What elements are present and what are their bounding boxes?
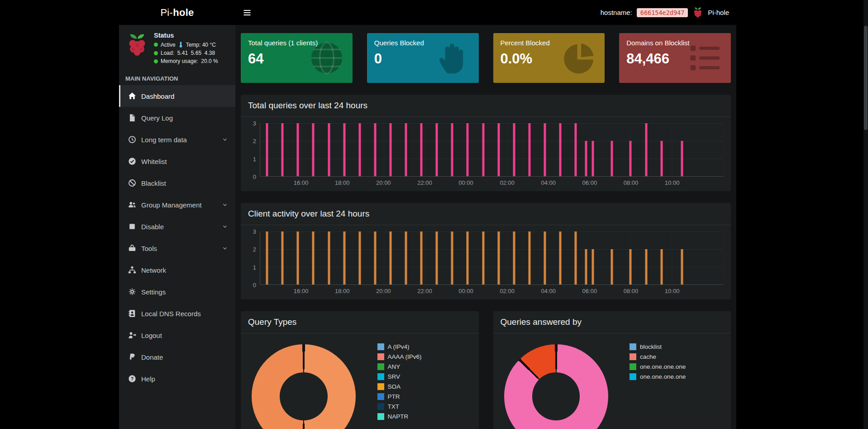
chart-bar[interactable] <box>544 123 546 176</box>
chart-bar[interactable] <box>451 231 453 284</box>
chart-bar[interactable] <box>585 249 587 284</box>
chart-bar[interactable] <box>559 123 562 176</box>
chart-bar[interactable] <box>405 123 407 176</box>
legend-item-any[interactable]: ANY <box>377 363 464 370</box>
sidebar-item-help[interactable]: ?Help <box>119 368 235 390</box>
total-queries-chart[interactable]: 0123 16:0018:0020:0022:0000:0002:0004:00… <box>241 117 731 191</box>
legend-item-blocklist[interactable]: blocklist <box>630 343 716 350</box>
chart-bar[interactable] <box>660 141 663 176</box>
chart-bar[interactable] <box>389 231 391 284</box>
chart-bar[interactable] <box>467 231 469 284</box>
legend-item-aaaa-ipv6[interactable]: AAAA (IPv6) <box>377 353 464 360</box>
y-tick-label: 2 <box>253 138 256 145</box>
total-queries-plot[interactable] <box>260 123 724 177</box>
chart-bar[interactable] <box>328 231 330 284</box>
chart-bar[interactable] <box>681 249 683 284</box>
chart-bar[interactable] <box>681 141 683 176</box>
chart-bar[interactable] <box>645 249 647 284</box>
chart-bar[interactable] <box>405 231 407 284</box>
chart-bar[interactable] <box>559 231 562 284</box>
legend-item-soa[interactable]: SOA <box>377 383 464 390</box>
chart-bar[interactable] <box>358 123 361 176</box>
queries-answered-by-donut[interactable] <box>504 344 608 429</box>
app-logo[interactable]: Pi-hole <box>119 0 235 25</box>
chart-bar[interactable] <box>660 249 663 284</box>
chart-bar[interactable] <box>610 249 613 284</box>
chart-bar[interactable] <box>312 231 315 284</box>
legend-item-a-ipv4[interactable]: A (IPv4) <box>377 343 464 350</box>
chart-bar[interactable] <box>374 123 376 176</box>
question-icon: ? <box>128 375 136 383</box>
chart-bar[interactable] <box>420 123 423 176</box>
chart-bar[interactable] <box>528 231 530 284</box>
chart-bar[interactable] <box>482 231 484 284</box>
legend-item-srv[interactable]: SRV <box>377 373 464 380</box>
client-activity-chart[interactable]: 0123 16:0018:0020:0022:0000:0002:0004:00… <box>241 225 731 299</box>
chart-bar[interactable] <box>281 123 284 176</box>
page-scrollbar[interactable] <box>863 0 868 429</box>
chart-bar[interactable] <box>436 123 438 176</box>
chart-bar[interactable] <box>297 231 299 284</box>
sidebar-item-blacklist[interactable]: Blacklist <box>119 172 235 194</box>
chart-bar[interactable] <box>358 231 361 284</box>
chart-bar[interactable] <box>630 249 632 284</box>
chart-bar[interactable] <box>389 123 391 176</box>
legend-item-one-one-one-one[interactable]: one.one.one.one <box>630 363 716 370</box>
legend-item-naptr[interactable]: NAPTR <box>377 413 464 420</box>
sidebar-item-network[interactable]: Network <box>119 259 235 281</box>
chart-bar[interactable] <box>544 231 546 284</box>
chart-bar[interactable] <box>374 231 376 284</box>
chart-bar[interactable] <box>297 123 299 176</box>
sidebar-item-tools[interactable]: Tools <box>119 237 235 259</box>
chart-bar[interactable] <box>575 123 577 176</box>
sidebar-item-label: Network <box>141 266 166 274</box>
chart-bar[interactable] <box>645 123 647 176</box>
sidebar-item-group-management[interactable]: Group Management <box>119 194 235 216</box>
chart-bar[interactable] <box>436 231 438 284</box>
client-activity-plot[interactable] <box>260 231 724 285</box>
chart-bar[interactable] <box>497 231 500 284</box>
chart-bar[interactable] <box>451 123 453 176</box>
legend-label: TXT <box>388 403 400 410</box>
sidebar-item-dashboard[interactable]: Dashboard <box>119 85 235 107</box>
sidebar-item-long-term-data[interactable]: Long term data <box>119 129 235 150</box>
navbar-main: hostname: 666154e2d947 Pi-hole <box>235 0 736 25</box>
sidebar-item-settings[interactable]: Settings <box>119 281 235 303</box>
scrollbar-thumb[interactable] <box>864 26 868 130</box>
menu-toggle-icon[interactable] <box>243 8 252 17</box>
legend-item-ptr[interactable]: PTR <box>377 393 464 400</box>
chart-bar[interactable] <box>513 231 515 284</box>
chart-bar[interactable] <box>497 123 500 176</box>
card-total-queries-1-clients: Total queries (1 clients)64 <box>241 33 353 83</box>
chart-bar[interactable] <box>513 123 515 176</box>
sidebar-item-query-log[interactable]: Query Log <box>119 107 235 129</box>
chart-bar[interactable] <box>343 123 345 176</box>
query-types-donut[interactable] <box>252 344 356 429</box>
legend-item-one-one-one-one[interactable]: one.one.one.one <box>630 373 716 380</box>
sidebar-item-whitelist[interactable]: Whitelist <box>119 150 235 172</box>
y-tick-label: 1 <box>253 156 256 163</box>
legend-label: SOA <box>388 383 401 390</box>
sidebar-item-local-dns-records[interactable]: Local DNS Records <box>119 303 235 324</box>
chart-bar[interactable] <box>528 123 530 176</box>
chart-bar[interactable] <box>266 123 268 176</box>
chart-bar[interactable] <box>281 231 284 284</box>
chart-bar[interactable] <box>630 141 632 176</box>
chart-bar[interactable] <box>575 231 577 284</box>
legend-item-txt[interactable]: TXT <box>377 403 464 410</box>
sidebar-item-disable[interactable]: Disable <box>119 216 235 237</box>
sidebar-item-logout[interactable]: Logout <box>119 324 235 346</box>
chart-bar[interactable] <box>592 141 594 176</box>
sidebar-item-donate[interactable]: Donate <box>119 346 235 368</box>
chart-bar[interactable] <box>420 231 423 284</box>
chart-bar[interactable] <box>328 123 330 176</box>
chart-bar[interactable] <box>343 231 345 284</box>
chart-bar[interactable] <box>312 123 315 176</box>
legend-item-cache[interactable]: cache <box>630 353 716 360</box>
chart-bar[interactable] <box>467 123 469 176</box>
chart-bar[interactable] <box>585 141 587 176</box>
chart-bar[interactable] <box>482 123 484 176</box>
chart-bar[interactable] <box>610 141 613 176</box>
chart-bar[interactable] <box>266 231 268 284</box>
chart-bar[interactable] <box>592 249 594 284</box>
